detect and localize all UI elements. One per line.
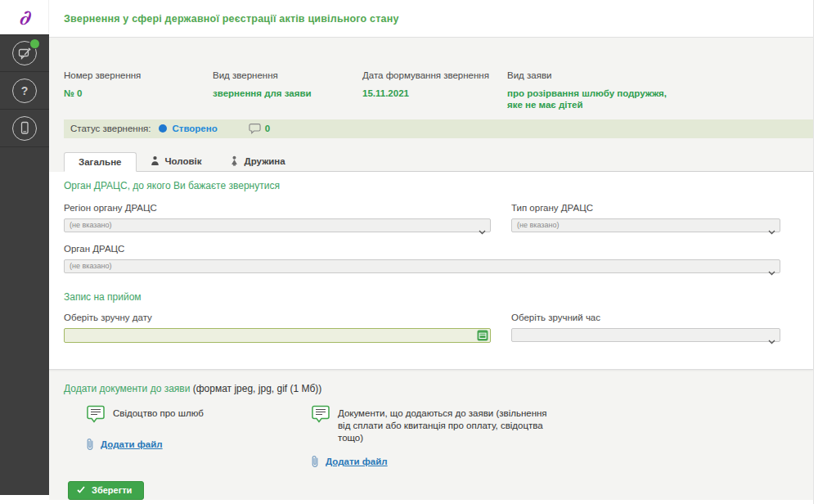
chat-icon xyxy=(12,41,37,65)
document-item-attachments: Документи, що додаються до заяви (звільн… xyxy=(311,405,581,468)
region-label: Регіон органу ДРАЦС xyxy=(64,203,491,213)
male-person-icon xyxy=(151,155,160,166)
type-field: Тип органу ДРАЦС (не вказано) xyxy=(511,191,780,232)
field-label: Номер звернення xyxy=(64,70,213,80)
status-bar: Статус звернення: Створено 0 xyxy=(64,119,813,138)
page-title: Звернення у сфері державної реєстрації а… xyxy=(64,13,399,25)
date-input[interactable] xyxy=(64,328,491,343)
document-item-marriage-certificate: Свідоцтво про шлюб Додати файл xyxy=(86,405,311,468)
documents-heading: Додати документи до заяви (формат jpeg, … xyxy=(64,383,813,394)
paperclip-icon xyxy=(86,438,94,451)
office-select[interactable]: (не вказано) xyxy=(64,259,780,273)
time-select[interactable] xyxy=(511,328,780,342)
tab-label: Дружина xyxy=(245,156,285,166)
checkmark-icon xyxy=(77,486,85,493)
chevron-down-icon xyxy=(479,223,486,238)
documents-list: Свідоцтво про шлюб Додати файл xyxy=(64,405,813,468)
field-label: Дата формування звернення xyxy=(362,70,507,80)
tab-general[interactable]: Загальне xyxy=(64,152,137,172)
field-label: Вид заяви xyxy=(507,70,813,80)
chevron-down-icon xyxy=(768,333,775,348)
female-person-icon xyxy=(230,155,239,166)
status-badge: Створено xyxy=(172,124,217,133)
appointment-row: Оберіть зручну дату xyxy=(64,303,780,343)
select-value: (не вказано) xyxy=(70,262,111,270)
document-title: Свідоцтво про шлюб xyxy=(113,405,204,427)
type-select[interactable]: (не вказано) xyxy=(511,218,780,232)
tab-label: Чоловік xyxy=(165,156,202,166)
date-field: Оберіть зручну дату xyxy=(64,303,491,343)
add-file-link[interactable]: Додати файл xyxy=(326,457,388,466)
document-title: Документи, що додаються до заяви (звільн… xyxy=(338,405,552,444)
save-label: Зберегти xyxy=(92,485,132,495)
time-field: Оберіть зручний час xyxy=(511,303,780,343)
comment-icon xyxy=(249,123,261,134)
documents-section: Додати документи до заяви (формат jpeg, … xyxy=(49,370,813,468)
field-value: звернення для заяви xyxy=(213,88,362,99)
document-bubble-icon xyxy=(311,405,330,444)
sidebar-item-messages[interactable] xyxy=(0,34,49,72)
region-field: Регіон органу ДРАЦС (не вказано) xyxy=(64,191,491,232)
tab-panel-general: Орган ДРАЦС, до якого Ви бажаєте звернут… xyxy=(49,172,813,370)
info-field-number: Номер звернення № 0 xyxy=(64,70,213,111)
save-button[interactable]: Зберегти xyxy=(68,481,144,500)
tab-label: Загальне xyxy=(79,157,122,167)
status-label: Статус звернення: xyxy=(70,124,151,133)
notification-badge xyxy=(30,39,39,48)
info-field-date: Дата формування звернення 15.11.2021 xyxy=(362,70,507,111)
field-value: про розірвання шлюбу подружжя, яке не ма… xyxy=(507,88,679,111)
select-value: (не вказано) xyxy=(517,221,559,229)
sidebar-item-device[interactable] xyxy=(0,110,49,147)
office-row: Регіон органу ДРАЦС (не вказано) Тип орг… xyxy=(64,191,780,232)
help-icon: ? xyxy=(12,79,37,103)
info-field-application-kind: Вид заяви про розірвання шлюбу подружжя,… xyxy=(507,70,813,111)
tabbar: Загальне Чоловік xyxy=(64,152,813,172)
add-file-link[interactable]: Додати файл xyxy=(101,439,163,449)
documents-heading-title: Додати документи до заяви xyxy=(64,383,190,394)
sidebar-nav: ? xyxy=(0,34,49,495)
office-field: Орган ДРАЦС (не вказано) xyxy=(64,244,780,273)
chevron-down-icon xyxy=(768,264,775,279)
chevron-down-icon xyxy=(768,223,775,238)
bottom-strip xyxy=(49,500,813,504)
document-bubble-icon xyxy=(86,405,106,427)
time-label: Оберіть зручний час xyxy=(511,313,780,322)
app-logo[interactable]: ∂ xyxy=(0,0,49,34)
section-heading-appointment: Запис на прийом xyxy=(64,291,780,303)
calendar-icon[interactable] xyxy=(477,330,488,341)
app-window: ∂ ? xyxy=(0,0,818,504)
type-label: Тип органу ДРАЦС xyxy=(511,203,780,213)
field-value: 15.11.2021 xyxy=(362,88,507,99)
paperclip-icon xyxy=(311,455,319,468)
content: Номер звернення № 0 Вид звернення зверне… xyxy=(49,38,813,500)
documents-heading-note: (формат jpeg, jpg, gif (1 Мб)) xyxy=(190,383,321,394)
sidebar-item-help[interactable]: ? xyxy=(0,72,49,110)
field-label: Вид звернення xyxy=(213,70,362,80)
request-info: Номер звернення № 0 Вид звернення зверне… xyxy=(49,38,813,111)
field-value: № 0 xyxy=(64,88,213,99)
select-value: (не вказано) xyxy=(70,221,111,229)
device-icon xyxy=(12,116,37,141)
comments-counter[interactable]: 0 xyxy=(249,123,270,134)
main-area: Звернення у сфері державної реєстрації а… xyxy=(49,0,814,504)
office-label: Орган ДРАЦС xyxy=(64,244,780,254)
info-field-kind: Вид звернення звернення для заяви xyxy=(213,70,362,111)
status-dot-icon xyxy=(159,124,167,133)
page-header: Звернення у сфері державної реєстрації а… xyxy=(49,0,813,38)
logo-icon: ∂ xyxy=(19,7,29,28)
section-heading-office: Орган ДРАЦС, до якого Ви бажаєте звернут… xyxy=(64,180,780,191)
date-label: Оберіть зручну дату xyxy=(64,313,491,322)
comments-count: 0 xyxy=(265,124,270,133)
tab-wife[interactable]: Дружина xyxy=(216,151,299,171)
sidebar: ∂ ? xyxy=(0,0,49,504)
tab-husband[interactable]: Чоловік xyxy=(137,151,216,171)
region-select[interactable]: (не вказано) xyxy=(64,218,491,232)
